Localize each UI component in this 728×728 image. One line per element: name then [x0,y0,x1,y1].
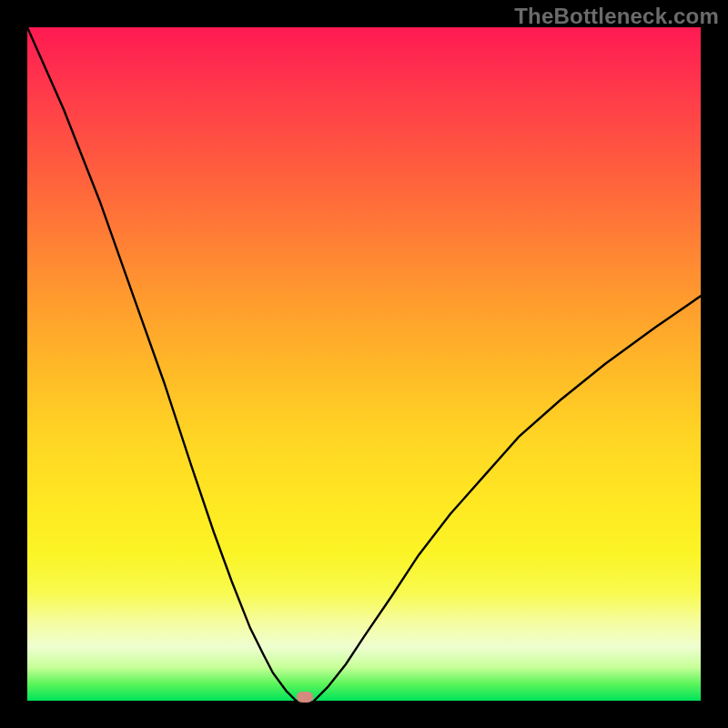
curve-left-branch [27,27,300,701]
optimum-marker [297,692,313,703]
chart-frame: TheBottleneck.com [0,0,728,728]
bottleneck-curve [27,27,701,701]
watermark-text: TheBottleneck.com [514,4,719,29]
plot-area [27,27,701,701]
curve-right-branch [314,296,701,701]
